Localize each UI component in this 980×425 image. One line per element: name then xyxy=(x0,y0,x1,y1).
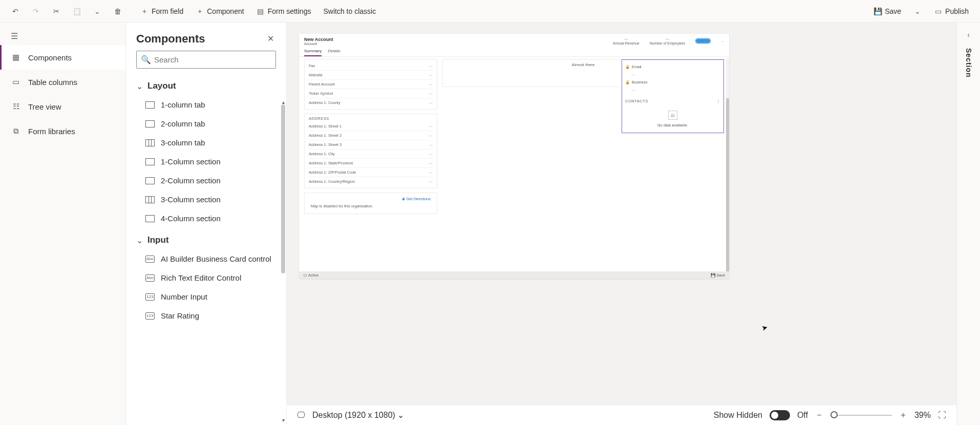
field-label: Address 1: Street 2 xyxy=(309,133,342,138)
column1-icon xyxy=(145,101,155,109)
selected-section[interactable]: 🔒Email --- 🔒Business --- CONTACTS⋮ ▤ No … xyxy=(622,59,724,133)
tab-summary[interactable]: Summary xyxy=(304,49,322,56)
form-settings-button[interactable]: ▤Form settings xyxy=(251,4,316,18)
paste-dropdown[interactable]: ⌄ xyxy=(88,4,106,18)
tab-details[interactable]: Details xyxy=(328,49,340,56)
close-icon: ✕ xyxy=(267,34,274,43)
form-field-label: Form field xyxy=(152,7,183,15)
more-icon[interactable]: ⋮ xyxy=(716,99,721,103)
paste-icon: 📋 xyxy=(73,7,81,15)
field-label: Address 1: ZIP/Postal Code xyxy=(309,170,356,175)
switch-classic-label: Switch to classic xyxy=(323,7,376,15)
comp-ai-business-card[interactable]: AbcAI Builder Business Card control xyxy=(136,249,276,268)
meta-employees: Number of Employees xyxy=(650,41,685,45)
field-value: --- xyxy=(429,100,433,105)
get-directions-link[interactable]: Get Directions xyxy=(406,197,431,201)
comp-3col-tab[interactable]: 3-column tab xyxy=(136,133,276,152)
field-value: --- xyxy=(429,124,433,129)
group-input-toggle[interactable]: ⌄ Input xyxy=(136,228,276,249)
comp-label: 2-column tab xyxy=(161,119,205,128)
rail-label: Table columns xyxy=(28,78,77,87)
form-libraries-icon: ⧉ xyxy=(11,126,21,136)
top-toolbar: ↶ ↷ ✂ 📋 ⌄ 🗑 +Form field +Component ▤Form… xyxy=(0,0,980,23)
undo-button[interactable]: ↶ xyxy=(6,4,25,18)
field-label: Address 1: County xyxy=(309,100,340,105)
comp-number-input[interactable]: 123Number Input xyxy=(136,287,276,306)
field-value: --- xyxy=(429,82,433,87)
comp-3col-section[interactable]: 3-Column section xyxy=(136,190,276,209)
contacts-title: CONTACTS xyxy=(625,99,648,103)
num-icon: 123 xyxy=(145,312,155,320)
comp-2col-tab[interactable]: 2-column tab xyxy=(136,114,276,133)
section2-icon xyxy=(145,177,155,184)
rail-item-table-columns[interactable]: ▭Table columns xyxy=(0,70,125,94)
save-dropdown[interactable]: ⌄ xyxy=(908,4,927,18)
field-value: --- xyxy=(429,142,433,147)
scroll-down-icon: ▾ xyxy=(282,417,285,423)
device-label: Desktop (1920 x 1080) xyxy=(312,411,395,419)
footer-status: Active xyxy=(308,273,318,278)
field-label: Address 1: City xyxy=(309,152,335,156)
search-box[interactable]: 🔍 xyxy=(136,51,276,69)
zoom-slider[interactable] xyxy=(830,415,892,416)
details-card[interactable]: Fax--- Website--- Parent Account--- Tick… xyxy=(304,59,437,110)
comp-4col-section[interactable]: 4-Column section xyxy=(136,209,276,228)
comp-star-rating[interactable]: 123Star Rating xyxy=(136,306,276,325)
switch-classic-button[interactable]: Switch to classic xyxy=(318,4,381,18)
address-title: ADDRESS xyxy=(309,116,433,121)
field-value: --- xyxy=(429,170,433,175)
save-icon: 💾 xyxy=(874,7,882,15)
scrollbar-thumb[interactable] xyxy=(281,104,285,273)
search-icon: 🔍 xyxy=(142,56,150,64)
search-input[interactable] xyxy=(154,55,270,64)
chevron-down-icon: ⌄ xyxy=(397,411,404,419)
undo-icon: ↶ xyxy=(11,7,19,15)
device-selector[interactable]: Desktop (1920 x 1080) ⌄ xyxy=(312,410,404,420)
add-form-field-button[interactable]: +Form field xyxy=(135,4,188,18)
zoom-in-button[interactable]: + xyxy=(899,411,907,419)
no-data-text: No data available. xyxy=(657,123,688,128)
rail-label: Form libraries xyxy=(28,127,75,136)
comp-rich-text[interactable]: AbcRich Text Editor Control xyxy=(136,268,276,287)
save-button[interactable]: 💾Save xyxy=(868,4,906,18)
comp-1col-section[interactable]: 1-Column section xyxy=(136,152,276,171)
redo-button[interactable]: ↷ xyxy=(27,4,45,18)
right-properties-rail: ‹ Section xyxy=(956,23,980,425)
rail-item-tree-view[interactable]: ☷Tree view xyxy=(0,94,125,119)
canvas-area: New Account Account ---Annual Revenue --… xyxy=(287,23,956,425)
plus-icon: + xyxy=(196,7,204,15)
add-component-button[interactable]: +Component xyxy=(190,4,249,18)
close-panel-button[interactable]: ✕ xyxy=(265,32,276,46)
components-panel: Components ✕ 🔍 ⌄ Layout 1-column tab 2-c… xyxy=(126,23,287,425)
chevron-down-icon[interactable]: ⌄ xyxy=(721,39,724,43)
delete-button[interactable]: 🗑 xyxy=(109,4,127,18)
group-layout-toggle[interactable]: ⌄ Layout xyxy=(136,74,276,95)
field-value: --- xyxy=(429,179,433,184)
group-input-title: Input xyxy=(147,235,169,245)
preview-scrollbar[interactable] xyxy=(726,98,729,272)
zoom-out-button[interactable]: − xyxy=(815,411,823,419)
fit-to-screen-button[interactable]: ⛶ xyxy=(938,411,946,419)
rail-item-form-libraries[interactable]: ⧉Form libraries xyxy=(0,119,125,143)
form-settings-label: Form settings xyxy=(268,7,311,15)
show-hidden-toggle[interactable] xyxy=(770,410,790,420)
form-preview[interactable]: New Account Account ---Annual Revenue --… xyxy=(299,34,729,279)
directions-icon: ◈ xyxy=(402,197,405,201)
hamburger-button[interactable]: ☰ xyxy=(0,23,125,45)
expand-properties-button[interactable]: ‹ xyxy=(967,31,970,39)
address-card[interactable]: ADDRESS Address 1: Street 1--- Address 1… xyxy=(304,114,437,188)
form-settings-icon: ▤ xyxy=(257,7,265,15)
meta-annual-revenue: Annual Revenue xyxy=(613,41,640,45)
chevron-down-icon: ⌄ xyxy=(136,81,143,91)
email-label: Email xyxy=(632,65,642,69)
form-title: New Account xyxy=(304,37,333,42)
map-card[interactable]: ◈ Get Directions Map is disabled for thi… xyxy=(304,193,437,214)
publish-button[interactable]: ▭Publish xyxy=(929,4,974,18)
rail-item-components[interactable]: ▦Components xyxy=(0,45,125,70)
footer-save[interactable]: Save xyxy=(716,273,725,278)
paste-button[interactable]: 📋 xyxy=(68,4,86,18)
cut-button[interactable]: ✂ xyxy=(47,4,66,18)
comp-1col-tab[interactable]: 1-column tab xyxy=(136,95,276,114)
field-label: Address 1: Country/Region xyxy=(309,179,355,184)
comp-2col-section[interactable]: 2-Column section xyxy=(136,171,276,190)
